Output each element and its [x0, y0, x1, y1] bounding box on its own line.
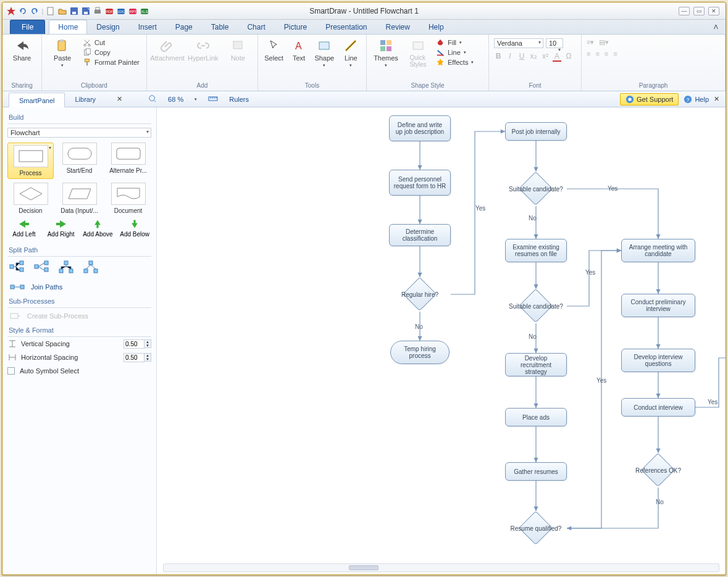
flowchart-node[interactable]: Conduct interview [621, 398, 695, 417]
minimize-button[interactable]: — [679, 7, 690, 15]
justify-button[interactable]: ≡ [613, 50, 617, 57]
subbar-close-button[interactable]: ✕ [714, 95, 719, 103]
zoom-value[interactable]: 68 % [168, 96, 183, 103]
export-excel-button[interactable]: XLS [140, 6, 149, 16]
help-button[interactable]: ? Help [684, 95, 709, 104]
tab-help[interactable]: Help [419, 20, 453, 34]
rulers-icon[interactable] [208, 95, 218, 104]
split-option-3[interactable] [58, 260, 75, 275]
align-button[interactable]: ▤▾ [599, 38, 609, 46]
flowchart-node[interactable]: Examine existing resumes on file [505, 239, 567, 262]
omega-button[interactable]: Ω [564, 52, 573, 62]
hspacing-stepper[interactable]: ▲▼ [123, 353, 151, 362]
shape-decision[interactable]: Decision [7, 183, 54, 214]
flowchart-node[interactable]: Send personnel request form to HR [389, 170, 451, 196]
bullets-button[interactable]: ≡▾ [587, 38, 594, 46]
add-below-button[interactable]: Add Below [118, 219, 151, 238]
flowchart-node[interactable]: Regular hire? [389, 277, 451, 312]
ribbon-collapse-icon[interactable]: ᐱ [714, 23, 726, 30]
strike-button[interactable]: x₂ [529, 52, 538, 62]
shape-button[interactable]: Shape▾ [313, 38, 336, 68]
tab-table[interactable]: Table [202, 20, 238, 34]
add-left-button[interactable]: Add Left [7, 219, 41, 238]
zoom-icon[interactable] [148, 94, 157, 104]
export-ppt-button[interactable]: PPT [128, 6, 138, 16]
library-tab[interactable]: Library [65, 92, 106, 107]
italic-button[interactable]: I [506, 52, 514, 62]
add-right-button[interactable]: Add Right [44, 219, 78, 238]
split-option-1[interactable] [9, 260, 26, 275]
horizontal-scrollbar[interactable] [163, 563, 719, 572]
tab-presentation[interactable]: Presentation [316, 20, 376, 34]
tab-insert[interactable]: Insert [129, 20, 166, 34]
rulers-label[interactable]: Rulers [229, 96, 249, 103]
shape-start-end[interactable]: Start/End [56, 143, 103, 179]
underline-button[interactable]: U [517, 52, 526, 62]
flowchart-node[interactable]: Suitable candidate? [505, 172, 567, 206]
save-button[interactable] [69, 6, 79, 16]
shape-document[interactable]: Document [105, 183, 151, 214]
tab-home[interactable]: Home [49, 20, 87, 34]
smartpanel-tab[interactable]: SmartPanel [9, 93, 65, 107]
flowchart-node[interactable]: Determine classification [389, 224, 451, 246]
themes-button[interactable]: Themes▾ [372, 38, 400, 68]
redo-button[interactable] [30, 6, 40, 16]
flowchart-node[interactable]: Arrange meeting with candidate [621, 239, 695, 262]
flowchart-node[interactable]: Define and write up job description [389, 115, 451, 141]
open-file-button[interactable] [57, 6, 67, 16]
effects-button[interactable]: Effects ▾ [436, 58, 474, 67]
font-color-button[interactable]: A [553, 52, 561, 62]
line-button[interactable]: Line▾ [341, 38, 361, 68]
paste-button[interactable]: Paste▾ [47, 38, 78, 68]
flowchart-node[interactable]: References OK? [621, 453, 695, 488]
flowchart-node[interactable]: Post job internally [505, 122, 567, 141]
tab-file[interactable]: File [10, 20, 45, 34]
copy-button[interactable]: Copy [83, 48, 140, 57]
split-option-2[interactable] [33, 260, 51, 275]
saveas-button[interactable] [81, 6, 91, 16]
shape-process[interactable]: Process [7, 143, 54, 179]
flowchart-node[interactable]: Resume qualified? [505, 511, 567, 546]
line-style-button[interactable]: Line ▾ [436, 48, 474, 57]
tab-chart[interactable]: Chart [238, 20, 274, 34]
tab-page[interactable]: Page [166, 20, 202, 34]
flowchart-node[interactable]: Suitable candidate? [505, 289, 567, 323]
align-center-button[interactable]: ≡ [595, 50, 599, 57]
join-paths-button[interactable]: Join Paths [7, 279, 151, 295]
panel-close-button[interactable]: ✕ [117, 95, 122, 103]
align-right-button[interactable]: ≡ [605, 50, 608, 57]
close-button[interactable]: ✕ [708, 7, 719, 15]
get-support-button[interactable]: Get Support [620, 93, 679, 106]
share-button[interactable]: Share [7, 38, 36, 62]
flowchart-node[interactable]: Develop interview questions [621, 349, 695, 372]
font-family-select[interactable]: Verdana [494, 38, 543, 48]
auto-symbol-checkbox[interactable]: Auto Symbol Select [7, 364, 151, 378]
maximize-button[interactable]: ▭ [693, 7, 705, 15]
select-button[interactable]: Select [263, 38, 285, 62]
flowchart-node[interactable]: Develop recruitment strategy [505, 353, 567, 376]
export-pdf-button[interactable]: PDF [104, 6, 114, 16]
flowchart-node[interactable]: Conduct preliminary interview [621, 294, 695, 317]
bold-button[interactable]: B [494, 52, 503, 62]
shape-data[interactable]: Data (Input/... [56, 183, 103, 214]
add-above-button[interactable]: Add Above [82, 219, 115, 238]
split-option-4[interactable] [83, 260, 100, 275]
build-type-select[interactable]: Flowchart [7, 128, 151, 138]
tab-design[interactable]: Design [87, 20, 128, 34]
tab-review[interactable]: Review [377, 20, 419, 34]
undo-button[interactable] [18, 6, 28, 16]
align-left-button[interactable]: ≡ [587, 50, 590, 57]
fill-button[interactable]: Fill ▾ [436, 38, 474, 47]
print-button[interactable] [93, 6, 103, 16]
tab-picture[interactable]: Picture [275, 20, 316, 34]
format-painter-button[interactable]: Format Painter [83, 58, 140, 67]
super-button[interactable]: x² [541, 52, 550, 62]
cut-button[interactable]: Cut [83, 38, 140, 47]
flowchart-node[interactable]: Temp hiring process [390, 341, 450, 364]
text-button[interactable]: AText [290, 38, 308, 62]
new-file-button[interactable] [46, 6, 56, 16]
flowchart-node[interactable]: Gather resumes [505, 462, 567, 481]
export-word-button[interactable]: DOC [116, 6, 126, 16]
flowchart-node[interactable]: Place ads [505, 408, 567, 426]
font-size-select[interactable]: 10 [546, 38, 563, 48]
